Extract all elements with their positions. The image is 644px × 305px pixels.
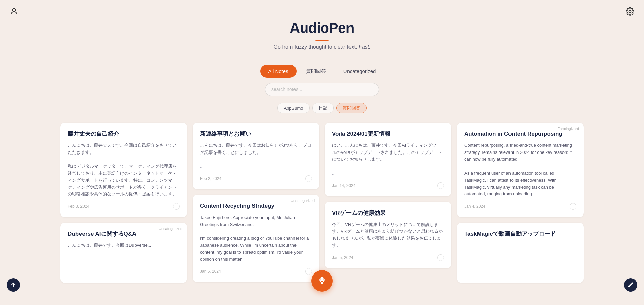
note-body-1: こんにちは、藤井丈夫です。今回は自己紹介をさせていただきます。私はデジタルマーケ… — [68, 142, 180, 198]
note-card-3[interactable]: Voila 2024/01更新情報 はい、こんにちは、藤井です。今回AIライティ… — [325, 123, 451, 196]
filter-tags: AppSumo 日記 質問回答 — [0, 103, 644, 113]
note-body-5: Takeo Fujii here. Appreciate your input,… — [200, 214, 312, 263]
app-subtitle: Go from fuzzy thought to clear text. Fas… — [0, 44, 644, 50]
filter-tag-appsumo[interactable]: AppSumo — [277, 103, 309, 113]
tab-all-notes[interactable]: All Notes — [260, 65, 297, 78]
tabs-container: All Notes 質問回答 Uncategorized — [0, 65, 644, 78]
note-title-5: Content Recycling Strategy — [200, 202, 312, 210]
subtitle-main: Go from fuzzy thought to clear text. — [273, 44, 357, 50]
note-date-4: Jan 4, 2024 — [464, 204, 485, 209]
note-card-5[interactable]: Uncategorized Content Recycling Strategy… — [193, 195, 319, 282]
svg-point-1 — [629, 10, 631, 13]
tab-qa[interactable]: 質問回答 — [298, 65, 334, 78]
note-checkbox-2[interactable] — [305, 175, 312, 182]
note-date-1: Feb 3, 2024 — [68, 204, 89, 209]
filter-tag-diary[interactable]: 日記 — [312, 103, 334, 113]
note-card-1[interactable]: 藤井丈夫の自己紹介 こんにちは、藤井丈夫です。今回は自己紹介をさせていただきます… — [60, 123, 187, 217]
tab-uncategorized[interactable]: Uncategorized — [335, 65, 384, 78]
header-divider — [315, 40, 329, 41]
note-card-8[interactable]: TaskMagicで動画自動アップロード — [457, 223, 584, 283]
upload-button[interactable] — [7, 278, 20, 292]
search-input[interactable] — [265, 83, 379, 96]
note-body-7: こんにちは、藤井です。今回はDubverse... — [68, 242, 180, 249]
note-body-2: こんにちは、藤井です。今回はお知らせが3つあり、ブログ記事を書くことにしました。… — [200, 142, 312, 170]
record-button[interactable] — [311, 270, 333, 292]
upload-icon — [10, 282, 17, 288]
note-footer-4: Jan 4, 2024 — [464, 203, 576, 210]
note-title-4: Automation in Content Repurposing — [464, 130, 576, 138]
note-footer-5: Jan 5, 2024 — [200, 268, 312, 275]
note-footer-2: Feb 2, 2024 — [200, 175, 312, 182]
note-title-8: TaskMagicで動画自動アップロード — [464, 230, 576, 238]
search-container — [0, 83, 644, 96]
note-label-7: Uncategorized — [159, 227, 182, 231]
note-label-4: FancingIzard — [557, 127, 579, 131]
edit-button[interactable] — [624, 278, 637, 292]
note-footer-1: Feb 3, 2024 — [68, 203, 180, 210]
note-title-2: 新連絡事項とお願い — [200, 130, 312, 138]
edit-icon — [628, 282, 634, 288]
note-date-6: Jan 5, 2024 — [332, 255, 353, 260]
note-title-1: 藤井丈夫の自己紹介 — [68, 130, 180, 138]
svg-point-0 — [13, 8, 16, 11]
note-title-6: VRゲームの健康効果 — [332, 209, 444, 217]
user-icon-button[interactable] — [8, 5, 20, 17]
note-date-2: Feb 2, 2024 — [200, 176, 221, 181]
filter-tag-qa[interactable]: 質問回答 — [336, 103, 367, 113]
note-body-4: Content repurposing, a tried-and-true co… — [464, 142, 576, 198]
note-checkbox-3[interactable] — [437, 182, 444, 189]
mic-icon — [317, 276, 327, 286]
subtitle-italic: Fast. — [359, 44, 371, 50]
note-checkbox-5[interactable] — [305, 268, 312, 275]
note-checkbox-4[interactable] — [570, 203, 576, 210]
note-checkbox-1[interactable] — [173, 203, 180, 210]
note-date-3: Jan 14, 2024 — [332, 183, 355, 188]
settings-icon-button[interactable] — [624, 5, 636, 17]
note-body-6: 今回、VRゲームの健康上のメリットについて解説します。VRゲームと健康はあまり結… — [332, 221, 444, 249]
note-title-7: Dubverse AIに関するQ&A — [68, 230, 180, 238]
note-body-3: はい、こんにちは、藤井です。今回AIライティングツールのVoilaがアップデート… — [332, 142, 444, 177]
note-card-4[interactable]: FancingIzard Automation in Content Repur… — [457, 123, 584, 217]
note-footer-6: Jan 5, 2024 — [332, 254, 444, 261]
note-label-5: Uncategorized — [291, 199, 315, 203]
top-bar — [0, 0, 644, 23]
note-date-5: Jan 5, 2024 — [200, 269, 221, 274]
note-card-6[interactable]: VRゲームの健康効果 今回、VRゲームの健康上のメリットについて解説します。VR… — [325, 202, 451, 268]
note-footer-3: Jan 14, 2024 — [332, 182, 444, 189]
note-checkbox-6[interactable] — [437, 254, 444, 261]
note-title-3: Voila 2024/01更新情報 — [332, 130, 444, 138]
note-card-7[interactable]: Uncategorized Dubverse AIに関するQ&A こんにちは、藤… — [60, 223, 187, 283]
note-card-2[interactable]: 新連絡事項とお願い こんにちは、藤井です。今回はお知らせが3つあり、ブログ記事を… — [193, 123, 319, 189]
